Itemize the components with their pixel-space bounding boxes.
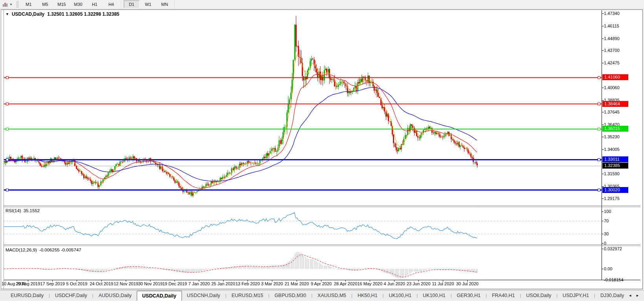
collapse-icon: ▼ xyxy=(6,12,9,16)
symbol-period-label: USDCAD,Daily xyxy=(12,11,44,17)
macd-indicator-label: MACD(12,26,9) -0.006255 -0.005747 xyxy=(6,248,81,252)
window-drag-strip[interactable] xyxy=(1,10,4,289)
macd-name: MACD(12,26,9) xyxy=(6,248,37,252)
macd-values: -0.006255 -0.005747 xyxy=(39,248,81,252)
price-chart-canvas[interactable] xyxy=(0,0,644,301)
rsi-name: RSI(14) xyxy=(6,208,21,213)
ohlc-values: 1.32501 1.32605 1.32298 1.32385 xyxy=(47,11,119,17)
rsi-value: 35.1552 xyxy=(24,208,40,213)
rsi-indicator-label: RSI(14) 35.1552 xyxy=(6,208,40,213)
chart-title: ▼ USDCAD,Daily 1.32501 1.32605 1.32298 1… xyxy=(6,11,119,17)
